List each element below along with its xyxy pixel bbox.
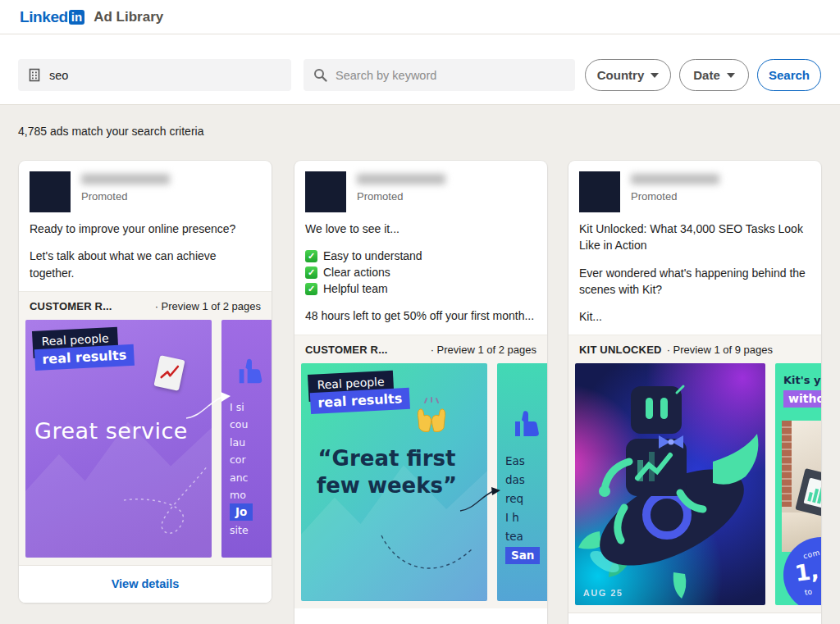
raising-hands-icon bbox=[410, 396, 453, 437]
ad-copy-line: Kit... bbox=[579, 308, 810, 325]
advertiser-name-redacted bbox=[357, 174, 445, 184]
advertiser-header: Promoted bbox=[568, 161, 821, 212]
search-button[interactable]: Search bbox=[757, 59, 821, 91]
creative-carousel: Real people real results Great service I bbox=[19, 320, 272, 565]
creative-badges: Real people real results bbox=[308, 370, 410, 412]
ad-copy: Ready to improve your online presence? L… bbox=[19, 212, 272, 291]
ad-copy-line: We love to see it... bbox=[305, 221, 536, 237]
promoted-label: Promoted bbox=[357, 190, 536, 203]
company-query-value: seo bbox=[49, 69, 68, 82]
creative-carousel: Real people real results “Great first fe… bbox=[294, 363, 547, 608]
view-details-button[interactable]: View details bbox=[19, 565, 272, 603]
creative-image-next[interactable]: I si cou lau cor anc mo anc site Jo bbox=[221, 320, 272, 558]
ad-card: Promoted We love to see it... ✓ Easy to … bbox=[294, 161, 547, 624]
ad-copy-line: Ever wondered what's happening behind th… bbox=[579, 265, 810, 298]
ad-copy-line: Let's talk about what we can achieve tog… bbox=[30, 248, 261, 281]
advertiser-name-redacted bbox=[81, 174, 170, 184]
promoted-label: Promoted bbox=[81, 190, 261, 203]
creative-image[interactable]: Real people real results Great service bbox=[25, 320, 212, 558]
top-navigation: Linked in Ad Library bbox=[0, 0, 840, 34]
creative-headline: “Great first few weeks” bbox=[301, 445, 472, 501]
keyword-search-input[interactable]: Search by keyword bbox=[304, 59, 575, 91]
ad-copy-line: Kit Unlocked: What 34,000 SEO Tasks Look… bbox=[579, 221, 810, 254]
creative-image[interactable]: Real people real results “Great first fe… bbox=[301, 363, 487, 601]
check-icon: ✓ bbox=[305, 250, 317, 262]
creative-carousel: AUG 25 Kit's y witho bbox=[568, 363, 821, 613]
office-photo bbox=[782, 421, 821, 552]
creative-preview-section: CUSTOMER R... · Preview 1 of 2 pages Rea… bbox=[294, 335, 547, 608]
results-count: 4,785 ads match your search criteria bbox=[18, 125, 203, 138]
thumbs-up-icon bbox=[510, 406, 546, 442]
robot-rocket-illustration bbox=[575, 363, 765, 605]
testimonial-author-badge: Jo bbox=[230, 503, 253, 521]
chevron-down-icon bbox=[727, 73, 735, 78]
ad-card: Promoted Ready to improve your online pr… bbox=[19, 161, 272, 603]
chevron-down-icon bbox=[651, 73, 659, 78]
testimonial-text-fragment: Eas das req I h tea bbox=[505, 452, 525, 547]
creative-preview-section: KIT UNLOCKED · Preview 1 of 9 pages bbox=[568, 335, 821, 613]
laptop-icon bbox=[795, 468, 821, 517]
campaign-label: KIT UNLOCKED bbox=[579, 344, 662, 356]
company-icon bbox=[28, 68, 41, 82]
checklist-item: Helpful team bbox=[323, 280, 388, 297]
creative-date-tag: AUG 25 bbox=[583, 588, 623, 598]
country-filter-dropdown[interactable]: Country bbox=[585, 59, 671, 91]
creative-preview-section: CUSTOMER R... · Preview 1 of 2 pages Rea… bbox=[19, 291, 272, 565]
checklist-item: Easy to understand bbox=[323, 248, 422, 264]
creative-image-next[interactable]: Kit's y witho com bbox=[775, 363, 821, 605]
next-creative-heading: Kit's y bbox=[783, 374, 820, 386]
ad-copy: Kit Unlocked: What 34,000 SEO Tasks Look… bbox=[568, 212, 821, 335]
linkedin-logo[interactable]: Linked in bbox=[20, 8, 84, 26]
chart-increasing-icon bbox=[153, 355, 185, 391]
ad-copy: We love to see it... ✓ Easy to understan… bbox=[294, 212, 547, 335]
advertiser-header: Promoted bbox=[19, 161, 272, 212]
creative-image-next[interactable]: Eas das req I h tea San bbox=[497, 363, 547, 601]
preview-pages: · Preview 1 of 2 pages bbox=[155, 300, 261, 312]
page-title: Ad Library bbox=[94, 9, 163, 25]
date-filter-dropdown[interactable]: Date bbox=[679, 59, 749, 91]
next-creative-badge: witho bbox=[783, 390, 821, 408]
ad-card: Promoted Kit Unlocked: What 34,000 SEO T… bbox=[568, 161, 821, 624]
promoted-label: Promoted bbox=[631, 190, 810, 203]
testimonial-author-badge: San bbox=[505, 547, 540, 564]
preview-strip: CUSTOMER R... · Preview 1 of 2 pages bbox=[294, 335, 547, 363]
advertiser-avatar[interactable] bbox=[579, 171, 620, 212]
preview-strip: CUSTOMER R... · Preview 1 of 2 pages bbox=[19, 292, 272, 320]
ad-copy-line: Ready to improve your online presence? bbox=[30, 221, 261, 237]
ad-copy-line: 48 hours left to get 50% off your first … bbox=[305, 307, 536, 324]
search-toolbar: seo Search by keyword Country Date Searc… bbox=[0, 34, 840, 105]
advertiser-avatar[interactable] bbox=[305, 171, 346, 212]
campaign-label: CUSTOMER R... bbox=[30, 300, 112, 312]
search-icon bbox=[313, 68, 327, 82]
creative-badges: Real people real results bbox=[32, 327, 135, 370]
preview-strip: KIT UNLOCKED · Preview 1 of 9 pages bbox=[568, 335, 821, 363]
view-details-button[interactable] bbox=[568, 613, 821, 624]
preview-pages: · Preview 1 of 9 pages bbox=[667, 344, 773, 356]
creative-image[interactable]: AUG 25 bbox=[575, 363, 765, 605]
checklist-item: Clear actions bbox=[323, 264, 390, 280]
keyword-placeholder: Search by keyword bbox=[336, 69, 436, 82]
creative-headline: Great service bbox=[25, 418, 197, 444]
linkedin-logo-badge: in bbox=[69, 10, 84, 25]
advertiser-header: Promoted bbox=[294, 161, 547, 212]
check-icon: ✓ bbox=[305, 283, 317, 295]
linkedin-logo-word: Linked bbox=[20, 8, 68, 26]
advertiser-avatar[interactable] bbox=[30, 171, 71, 212]
check-icon: ✓ bbox=[305, 266, 317, 279]
advertiser-name-redacted bbox=[631, 174, 719, 184]
preview-pages: · Preview 1 of 2 pages bbox=[431, 344, 536, 356]
company-search-input[interactable]: seo bbox=[18, 59, 291, 91]
benefit-checklist: ✓ Easy to understand ✓ Clear actions ✓ H… bbox=[305, 248, 536, 297]
thumbs-up-icon bbox=[235, 354, 269, 389]
campaign-label: CUSTOMER R... bbox=[305, 344, 388, 356]
